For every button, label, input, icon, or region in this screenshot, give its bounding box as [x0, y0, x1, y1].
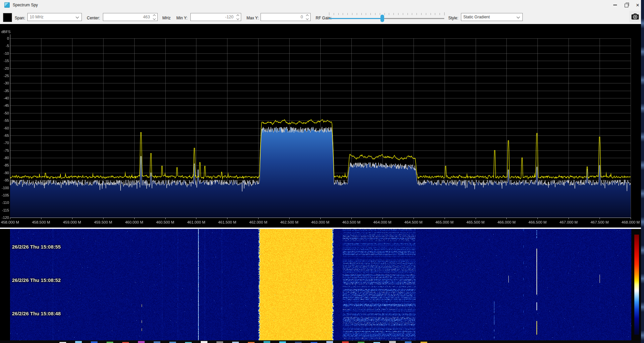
- x-tick-label: 458.500 M: [26, 220, 56, 224]
- span-value: 10 MHz: [30, 15, 43, 19]
- spectrum-plot-panel: dBFS 0-5-10-15-20-25-30-35-40-45-50-55-6…: [0, 24, 644, 229]
- center-input[interactable]: [103, 13, 157, 21]
- y-tick-label: -55: [0, 118, 9, 122]
- app-icon: [4, 2, 10, 8]
- taskbar-icon-fragment: [75, 341, 82, 343]
- min-y-spinner[interactable]: [235, 13, 240, 21]
- taskbar-icon-fragment: [389, 341, 396, 343]
- y-tick-label: -115: [0, 208, 9, 212]
- spin-down-icon[interactable]: [151, 17, 157, 21]
- taskbar-icon-fragment: [91, 341, 98, 343]
- titlebar[interactable]: Spectrum Spy ✕: [0, 0, 644, 10]
- y-tick-label: -65: [0, 133, 9, 137]
- spectrum-plot-canvas[interactable]: [0, 24, 644, 229]
- x-tick-label: 458.000 M: [0, 220, 25, 224]
- style-label: Style:: [448, 16, 458, 20]
- waterfall-panel: 26/2/26 Thu 15:08:5526/2/26 Thu 15:08:52…: [0, 229, 644, 340]
- x-tick-label: 460.000 M: [119, 220, 150, 224]
- spin-down-icon[interactable]: [304, 17, 310, 21]
- intensity-color-legend: [634, 235, 639, 335]
- y-tick-label: -60: [0, 126, 9, 130]
- min-y-field-wrap: [190, 13, 241, 21]
- x-tick-label: 463.000 M: [305, 220, 336, 224]
- x-tick-label: 464.500 M: [398, 220, 429, 224]
- spin-up-icon[interactable]: [235, 13, 240, 17]
- y-tick-label: -70: [0, 141, 9, 145]
- mhz-label: MHz: [162, 16, 171, 20]
- span-label: Span:: [15, 16, 25, 20]
- y-tick-label: -100: [0, 186, 9, 190]
- y-tick-label: -50: [0, 111, 9, 115]
- x-tick-label: 460.500 M: [150, 220, 181, 224]
- minimize-icon: [613, 5, 617, 5]
- y-tick-label: -110: [0, 201, 9, 205]
- y-tick-label: -35: [0, 89, 9, 93]
- taskbar-icon-fragment: [326, 341, 333, 343]
- y-tick-label: -30: [0, 81, 9, 85]
- restore-button[interactable]: [621, 0, 632, 10]
- x-tick-label: 465.000 M: [429, 220, 460, 224]
- window-title: Spectrum Spy: [13, 3, 38, 7]
- taskbar-icon-fragment: [154, 341, 160, 343]
- y-tick-label: -10: [0, 51, 9, 55]
- rf-gain-slider-thumb[interactable]: [380, 15, 384, 22]
- taskbar-icon-fragment: [201, 341, 207, 343]
- x-tick-label: 464.000 M: [367, 220, 398, 224]
- close-icon: ✕: [636, 3, 640, 7]
- waterfall-timestamp: 26/2/26 Thu 15:08:48: [12, 311, 61, 316]
- y-tick-label: -75: [0, 148, 9, 152]
- y-tick-label: -5: [0, 44, 9, 48]
- x-tick-label: 465.500 M: [460, 220, 491, 224]
- y-tick-label: -90: [0, 171, 9, 175]
- span-dropdown[interactable]: 10 MHz: [27, 13, 82, 21]
- x-tick-label: 466.500 M: [522, 220, 553, 224]
- y-tick-label: -40: [0, 96, 9, 100]
- taskbar-icon-fragment: [107, 342, 113, 343]
- center-spinner[interactable]: [151, 13, 157, 21]
- spin-up-icon[interactable]: [304, 13, 310, 17]
- taskbar-icon-fragment: [358, 342, 364, 343]
- x-tick-label: 462.000 M: [243, 220, 274, 224]
- y-tick-label: -20: [0, 66, 9, 70]
- spin-up-icon[interactable]: [151, 13, 157, 17]
- spin-down-icon[interactable]: [235, 17, 240, 21]
- max-y-spinner[interactable]: [304, 13, 310, 21]
- chevron-down-icon: [76, 15, 79, 19]
- taskbar-icon-fragment: [169, 342, 176, 343]
- style-dropdown[interactable]: Static Gradient: [461, 13, 523, 21]
- waterfall-canvas[interactable]: [10, 229, 631, 340]
- taskbar-icon-fragment: [264, 341, 270, 343]
- x-tick-label: 459.500 M: [88, 220, 119, 224]
- background-window-sliver: [641, 0, 644, 343]
- center-label: Center:: [87, 16, 100, 20]
- taskbar-icon-fragment: [295, 342, 302, 343]
- max-y-input[interactable]: [261, 13, 310, 21]
- x-tick-label: 467.500 M: [584, 220, 615, 224]
- x-tick-label: 468.000 M: [615, 220, 644, 224]
- minimize-button[interactable]: [609, 0, 621, 10]
- y-tick-label: -80: [0, 156, 9, 160]
- y-tick-label: -105: [0, 193, 9, 197]
- waterfall-timestamp: 26/2/26 Thu 15:08:52: [12, 277, 61, 283]
- x-tick-label: 466.000 M: [491, 220, 522, 224]
- taskbar-icon-fragment: [216, 341, 223, 343]
- chevron-down-icon: [517, 15, 520, 19]
- color-legend-box: [631, 229, 641, 340]
- background-taskbar-sliver: [0, 340, 644, 343]
- rf-gain-slider-track[interactable]: [329, 18, 444, 19]
- taskbar-icon-fragment: [138, 341, 145, 343]
- taskbar-icon-fragment: [232, 342, 239, 343]
- min-y-input[interactable]: [191, 13, 241, 21]
- screenshot-button[interactable]: [629, 11, 641, 22]
- trace-color-swatch-button[interactable]: [3, 13, 12, 22]
- y-tick-label: -25: [0, 74, 9, 78]
- center-field-wrap: [103, 13, 158, 21]
- x-tick-label: 463.500 M: [336, 220, 367, 224]
- y-tick-label: -15: [0, 59, 9, 63]
- x-tick-label: 459.000 M: [57, 220, 88, 224]
- max-y-field-wrap: [261, 13, 311, 21]
- taskbar-icon-fragment: [421, 342, 427, 343]
- rf-gain-tickmarks: [329, 12, 444, 16]
- taskbar-icon-fragment: [279, 341, 286, 343]
- style-value: Static Gradient: [463, 15, 490, 19]
